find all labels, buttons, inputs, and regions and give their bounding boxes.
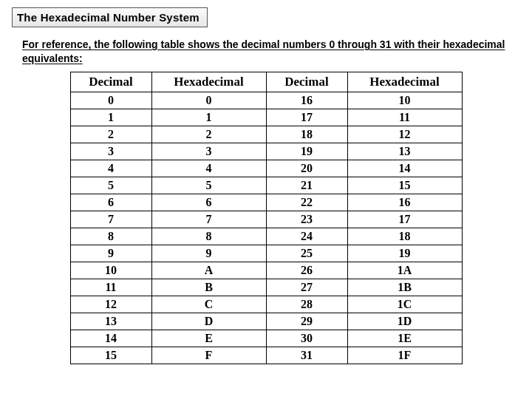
table-row: 882418 xyxy=(70,228,462,245)
cell-hex-left: 4 xyxy=(151,160,266,177)
table-row: 15F311F xyxy=(70,347,462,364)
cell-dec-right: 19 xyxy=(266,143,347,160)
cell-hex-right: 1C xyxy=(347,296,462,313)
table-row: 992519 xyxy=(70,245,462,262)
cell-hex-right: 15 xyxy=(347,177,462,194)
col-header-hex-left: Hexadecimal xyxy=(151,72,266,92)
cell-hex-left: 3 xyxy=(151,143,266,160)
cell-hex-right: 17 xyxy=(347,211,462,228)
page-title: The Hexadecimal Number System xyxy=(12,7,208,27)
cell-hex-left: D xyxy=(151,313,266,330)
table-header-row: Decimal Hexadecimal Decimal Hexadecimal xyxy=(70,72,462,92)
cell-dec-right: 20 xyxy=(266,160,347,177)
cell-hex-left: 9 xyxy=(151,245,266,262)
cell-hex-left: 7 xyxy=(151,211,266,228)
cell-hex-left: F xyxy=(151,347,266,364)
col-header-dec-left: Decimal xyxy=(70,72,151,92)
cell-dec-left: 8 xyxy=(70,228,151,245)
cell-dec-right: 21 xyxy=(266,177,347,194)
cell-hex-right: 18 xyxy=(347,228,462,245)
cell-dec-right: 29 xyxy=(266,313,347,330)
cell-dec-right: 25 xyxy=(266,245,347,262)
table-row: 552115 xyxy=(70,177,462,194)
cell-dec-right: 16 xyxy=(266,92,347,109)
cell-hex-right: 11 xyxy=(347,109,462,126)
table-row: 331913 xyxy=(70,143,462,160)
table-row: 12C281C xyxy=(70,296,462,313)
cell-hex-right: 1E xyxy=(347,330,462,347)
table-row: 442014 xyxy=(70,160,462,177)
cell-hex-right: 14 xyxy=(347,160,462,177)
table-row: 111711 xyxy=(70,109,462,126)
cell-dec-left: 1 xyxy=(70,109,151,126)
cell-hex-right: 16 xyxy=(347,194,462,211)
cell-hex-right: 1F xyxy=(347,347,462,364)
cell-hex-left: 6 xyxy=(151,194,266,211)
cell-dec-left: 4 xyxy=(70,160,151,177)
table-row: 13D291D xyxy=(70,313,462,330)
cell-dec-right: 22 xyxy=(266,194,347,211)
cell-hex-left: 8 xyxy=(151,228,266,245)
cell-dec-left: 2 xyxy=(70,126,151,143)
cell-hex-left: A xyxy=(151,262,266,279)
table-row: 14E301E xyxy=(70,330,462,347)
cell-hex-right: 1B xyxy=(347,279,462,296)
cell-dec-right: 26 xyxy=(266,262,347,279)
cell-dec-right: 30 xyxy=(266,330,347,347)
cell-hex-left: 0 xyxy=(151,92,266,109)
cell-hex-right: 19 xyxy=(347,245,462,262)
cell-dec-left: 6 xyxy=(70,194,151,211)
cell-hex-left: E xyxy=(151,330,266,347)
cell-dec-left: 3 xyxy=(70,143,151,160)
cell-dec-left: 9 xyxy=(70,245,151,262)
col-header-hex-right: Hexadecimal xyxy=(347,72,462,92)
table-row: 662216 xyxy=(70,194,462,211)
table-row: 10A261A xyxy=(70,262,462,279)
cell-hex-right: 10 xyxy=(347,92,462,109)
cell-dec-right: 23 xyxy=(266,211,347,228)
cell-dec-left: 5 xyxy=(70,177,151,194)
cell-hex-right: 1A xyxy=(347,262,462,279)
table-row: 11B271B xyxy=(70,279,462,296)
cell-dec-left: 11 xyxy=(70,279,151,296)
cell-hex-left: B xyxy=(151,279,266,296)
cell-dec-right: 24 xyxy=(266,228,347,245)
cell-dec-right: 17 xyxy=(266,109,347,126)
cell-hex-right: 1D xyxy=(347,313,462,330)
cell-dec-right: 18 xyxy=(266,126,347,143)
cell-dec-left: 7 xyxy=(70,211,151,228)
cell-dec-left: 15 xyxy=(70,347,151,364)
table-row: 221812 xyxy=(70,126,462,143)
cell-hex-left: C xyxy=(151,296,266,313)
cell-dec-left: 13 xyxy=(70,313,151,330)
cell-dec-left: 10 xyxy=(70,262,151,279)
col-header-dec-right: Decimal xyxy=(266,72,347,92)
cell-hex-left: 1 xyxy=(151,109,266,126)
cell-dec-right: 27 xyxy=(266,279,347,296)
table-row: 772317 xyxy=(70,211,462,228)
cell-dec-left: 12 xyxy=(70,296,151,313)
cell-hex-right: 13 xyxy=(347,143,462,160)
hex-table: Decimal Hexadecimal Decimal Hexadecimal … xyxy=(70,72,463,364)
cell-hex-right: 12 xyxy=(347,126,462,143)
cell-dec-left: 14 xyxy=(70,330,151,347)
cell-dec-right: 28 xyxy=(266,296,347,313)
intro-text: For reference, the following table shows… xyxy=(22,38,514,66)
table-row: 001610 xyxy=(70,92,462,109)
cell-dec-right: 31 xyxy=(266,347,347,364)
cell-hex-left: 5 xyxy=(151,177,266,194)
cell-hex-left: 2 xyxy=(151,126,266,143)
cell-dec-left: 0 xyxy=(70,92,151,109)
